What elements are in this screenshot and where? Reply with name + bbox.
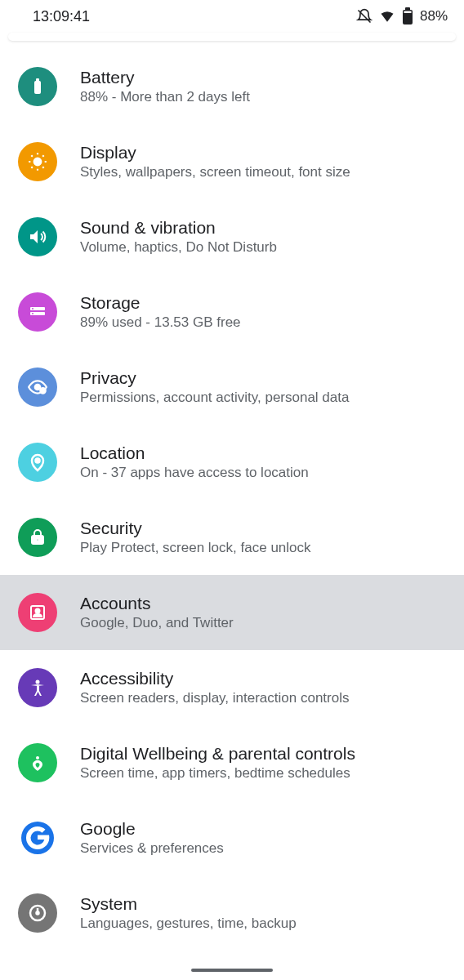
item-title: Sound & vibration: [80, 218, 277, 238]
settings-item-security[interactable]: Security Play Protect, screen lock, face…: [0, 500, 464, 575]
item-title: Accessibility: [80, 669, 349, 688]
status-bar: 13:09:41 88%: [0, 0, 464, 33]
item-title: System: [80, 894, 297, 914]
item-title: Battery: [80, 68, 250, 87]
settings-item-accessibility[interactable]: Accessibility Screen readers, display, i…: [0, 650, 464, 725]
location-icon: [18, 443, 57, 482]
item-title: Storage: [80, 293, 241, 313]
item-title: Digital Wellbeing & parental controls: [80, 744, 355, 764]
svg-rect-5: [36, 78, 39, 82]
svg-rect-3: [404, 11, 411, 14]
item-title: Privacy: [80, 368, 349, 388]
item-text: Location On - 37 apps have access to loc…: [80, 443, 309, 481]
wifi-icon: [379, 8, 395, 24]
item-text: Storage 89% used - 13.53 GB free: [80, 293, 241, 331]
svg-point-20: [36, 756, 39, 760]
item-subtitle: Styles, wallpapers, screen timeout, font…: [80, 164, 350, 180]
accessibility-icon: [18, 668, 57, 707]
settings-item-accounts[interactable]: Accounts Google, Duo, and Twitter: [0, 575, 464, 650]
system-icon: [18, 893, 57, 933]
item-subtitle: On - 37 apps have access to location: [80, 465, 309, 481]
svg-point-16: [37, 539, 39, 541]
settings-item-location[interactable]: Location On - 37 apps have access to loc…: [0, 425, 464, 500]
brightness-icon: [18, 142, 57, 181]
svg-rect-4: [34, 81, 41, 94]
item-text: Accessibility Screen readers, display, i…: [80, 669, 349, 706]
svg-point-18: [36, 609, 40, 613]
settings-item-brightness[interactable]: Display Styles, wallpapers, screen timeo…: [0, 124, 464, 199]
item-title: Location: [80, 443, 309, 463]
svg-point-19: [36, 680, 40, 684]
item-subtitle: Google, Duo, and Twitter: [80, 615, 234, 631]
svg-rect-2: [405, 7, 410, 11]
svg-point-11: [35, 385, 41, 390]
svg-point-9: [32, 308, 33, 310]
settings-item-privacy[interactable]: Privacy Permissions, account activity, p…: [0, 350, 464, 425]
item-text: Battery 88% - More than 2 days left: [80, 68, 250, 105]
item-text: System Languages, gestures, time, backup: [80, 894, 297, 932]
item-title: Google: [80, 819, 224, 839]
item-text: Accounts Google, Duo, and Twitter: [80, 594, 234, 631]
item-subtitle: Screen time, app timers, bedtime schedul…: [80, 765, 355, 782]
svg-point-6: [34, 158, 42, 166]
settings-item-wellbeing[interactable]: Digital Wellbeing & parental controls Sc…: [0, 725, 464, 800]
svg-rect-13: [42, 390, 44, 391]
status-time: 13:09:41: [33, 8, 90, 25]
security-icon: [18, 518, 57, 557]
storage-icon: [18, 292, 57, 332]
settings-item-google[interactable]: Google Services & preferences: [0, 800, 464, 875]
svg-point-14: [36, 459, 40, 463]
item-subtitle: Services & preferences: [80, 840, 224, 857]
settings-list: Battery 88% - More than 2 days left Disp…: [0, 49, 464, 951]
accounts-icon: [18, 593, 57, 632]
item-text: Security Play Protect, screen lock, face…: [80, 519, 311, 556]
item-text: Digital Wellbeing & parental controls Sc…: [80, 744, 355, 782]
settings-item-system[interactable]: System Languages, gestures, time, backup: [0, 875, 464, 951]
privacy-icon: [18, 368, 57, 407]
battery-percentage: 88%: [420, 8, 448, 24]
item-subtitle: Languages, gestures, time, backup: [80, 915, 297, 932]
navigation-handle[interactable]: [191, 969, 273, 972]
battery-icon: [18, 67, 57, 106]
item-subtitle: Volume, haptics, Do Not Disturb: [80, 239, 277, 256]
item-subtitle: Permissions, account activity, personal …: [80, 390, 349, 406]
wellbeing-icon: [18, 743, 57, 782]
item-subtitle: Play Protect, screen lock, face unlock: [80, 540, 311, 556]
notifications-off-icon: [356, 8, 373, 24]
settings-item-battery[interactable]: Battery 88% - More than 2 days left: [0, 49, 464, 124]
item-subtitle: 89% used - 13.53 GB free: [80, 314, 241, 331]
item-text: Display Styles, wallpapers, screen timeo…: [80, 143, 350, 180]
sound-icon: [18, 217, 57, 256]
item-title: Security: [80, 519, 311, 538]
settings-item-sound[interactable]: Sound & vibration Volume, haptics, Do No…: [0, 199, 464, 274]
item-text: Google Services & preferences: [80, 819, 224, 857]
item-text: Privacy Permissions, account activity, p…: [80, 368, 349, 406]
item-subtitle: Screen readers, display, interaction con…: [80, 690, 349, 706]
item-subtitle: 88% - More than 2 days left: [80, 89, 250, 105]
settings-item-storage[interactable]: Storage 89% used - 13.53 GB free: [0, 274, 464, 350]
item-title: Display: [80, 143, 350, 163]
google-icon: [18, 818, 57, 858]
item-text: Sound & vibration Volume, haptics, Do No…: [80, 218, 277, 256]
item-title: Accounts: [80, 594, 234, 613]
search-card[interactable]: [8, 33, 456, 41]
svg-point-10: [32, 313, 33, 314]
battery-icon: [402, 7, 413, 25]
status-right: 88%: [356, 7, 448, 25]
